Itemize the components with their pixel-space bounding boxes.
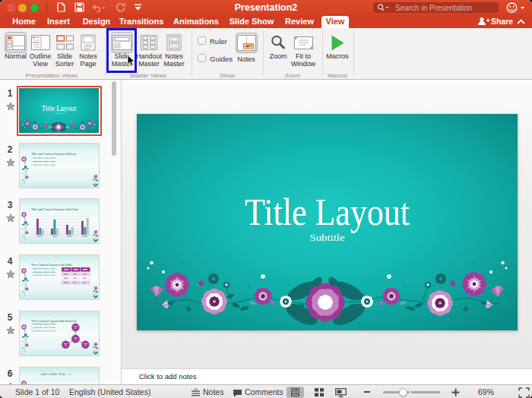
- svg-text:Add a Slide Title - 1: Add a Slide Title - 1: [40, 372, 71, 376]
- svg-text:Title and Content Layout with: Title and Content Layout with Chart: [31, 207, 79, 211]
- svg-text:Two Content Layout with Table: Two Content Layout with Table: [31, 263, 72, 267]
- svg-text:Two Content Layout with SmartA: Two Content Layout with SmartArt: [31, 319, 78, 323]
- svg-text:Title and Content Layout with: Title and Content Layout with List: [31, 152, 77, 156]
